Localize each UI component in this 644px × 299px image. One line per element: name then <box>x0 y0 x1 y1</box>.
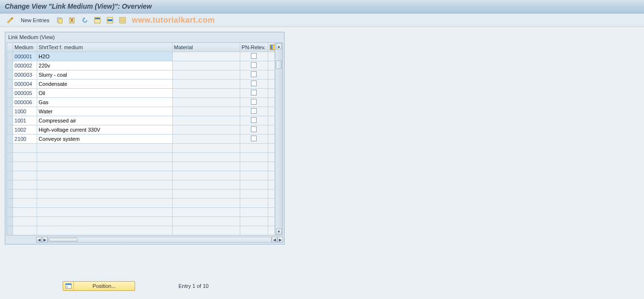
cell-pn-relev[interactable] <box>240 135 268 144</box>
row-selector[interactable] <box>7 190 13 199</box>
col-material[interactable]: Material <box>172 43 240 52</box>
checkbox[interactable] <box>251 90 257 95</box>
row-selector[interactable] <box>7 107 13 116</box>
cell-shrttext[interactable] <box>37 153 173 162</box>
select-all-icon[interactable] <box>92 15 103 25</box>
cell-pn-relev[interactable] <box>240 52 268 61</box>
col-selector[interactable] <box>7 43 13 52</box>
scroll-left-end-icon[interactable]: ◀ <box>272 237 277 243</box>
checkbox[interactable] <box>251 117 257 123</box>
cell-material[interactable] <box>172 52 240 61</box>
cell-medium[interactable] <box>13 217 37 226</box>
cell-shrttext[interactable] <box>37 162 173 171</box>
scroll-up-icon[interactable]: ▲ <box>276 43 282 49</box>
cell-pn-relev[interactable] <box>240 80 268 89</box>
cell-material[interactable] <box>172 226 240 235</box>
cell-shrttext[interactable]: Gas <box>37 98 173 107</box>
cell-material[interactable] <box>172 80 240 89</box>
cell-pn-relev[interactable] <box>240 171 268 180</box>
select-block-icon[interactable] <box>105 15 115 25</box>
row-selector[interactable] <box>7 171 13 180</box>
checkbox[interactable] <box>251 136 257 141</box>
cell-medium[interactable]: 1000 <box>13 107 37 116</box>
row-selector[interactable] <box>7 98 13 107</box>
row-selector[interactable] <box>7 153 13 162</box>
copy-icon[interactable] <box>55 15 65 25</box>
cell-medium[interactable]: 2100 <box>13 135 37 144</box>
cell-pn-relev[interactable] <box>240 61 268 70</box>
cell-shrttext[interactable]: H2O <box>37 52 173 61</box>
cell-pn-relev[interactable] <box>240 226 268 235</box>
row-selector[interactable] <box>7 70 13 80</box>
row-selector[interactable] <box>7 135 13 144</box>
cell-medium[interactable] <box>13 180 37 190</box>
cell-medium[interactable] <box>13 144 37 153</box>
cell-medium[interactable]: 000004 <box>13 80 37 89</box>
cell-material[interactable] <box>172 61 240 70</box>
cell-material[interactable] <box>172 70 240 80</box>
horizontal-scrollbar[interactable]: ◀ ▶ ◀ ▶ <box>6 236 283 243</box>
cell-pn-relev[interactable] <box>240 180 268 190</box>
undo-icon[interactable] <box>80 15 90 25</box>
scroll-right-inner-icon[interactable]: ▶ <box>42 237 48 243</box>
cell-medium[interactable] <box>13 171 37 180</box>
scroll-right-icon[interactable]: ▶ <box>277 237 283 243</box>
cell-medium[interactable] <box>13 199 37 208</box>
row-selector[interactable] <box>7 180 13 190</box>
cell-material[interactable] <box>172 135 240 144</box>
cell-pn-relev[interactable] <box>240 70 268 80</box>
row-selector[interactable] <box>7 89 13 98</box>
position-button[interactable]: Position... <box>63 281 135 291</box>
cell-material[interactable] <box>172 153 240 162</box>
col-medium[interactable]: Medium <box>13 43 37 52</box>
cell-shrttext[interactable] <box>37 199 173 208</box>
row-selector[interactable] <box>7 61 13 70</box>
cell-shrttext[interactable] <box>37 190 173 199</box>
cell-medium[interactable] <box>13 208 37 217</box>
cell-material[interactable] <box>172 125 240 135</box>
cell-pn-relev[interactable] <box>240 153 268 162</box>
cell-material[interactable] <box>172 217 240 226</box>
row-selector[interactable] <box>7 116 13 125</box>
cell-medium[interactable]: 000001 <box>13 52 37 61</box>
deselect-all-icon[interactable] <box>117 15 128 25</box>
cell-material[interactable] <box>172 162 240 171</box>
cell-shrttext[interactable] <box>37 144 173 153</box>
cell-shrttext[interactable]: Oil <box>37 89 173 98</box>
row-selector[interactable] <box>7 52 13 61</box>
cell-pn-relev[interactable] <box>240 89 268 98</box>
cell-pn-relev[interactable] <box>240 190 268 199</box>
cell-medium[interactable]: 000002 <box>13 61 37 70</box>
cell-medium[interactable]: 1002 <box>13 125 37 135</box>
cell-pn-relev[interactable] <box>240 208 268 217</box>
cell-medium[interactable]: 000003 <box>13 70 37 80</box>
cell-shrttext[interactable]: Compressed air <box>37 116 173 125</box>
cell-material[interactable] <box>172 208 240 217</box>
cell-medium[interactable]: 1001 <box>13 116 37 125</box>
cell-shrttext[interactable]: Condensate <box>37 80 173 89</box>
table-settings-icon[interactable] <box>270 44 275 50</box>
cell-material[interactable] <box>172 89 240 98</box>
cell-shrttext[interactable]: Slurry - coal <box>37 70 173 80</box>
row-selector[interactable] <box>7 208 13 217</box>
checkbox[interactable] <box>251 108 257 114</box>
cell-material[interactable] <box>172 116 240 125</box>
cell-material[interactable] <box>172 180 240 190</box>
cell-medium[interactable] <box>13 162 37 171</box>
row-selector[interactable] <box>7 144 13 153</box>
toggle-display-change-icon[interactable] <box>5 15 15 25</box>
cell-pn-relev[interactable] <box>240 107 268 116</box>
cell-shrttext[interactable]: Water <box>37 107 173 116</box>
new-entries-button[interactable]: New Entries <box>17 15 53 25</box>
cell-medium[interactable] <box>13 190 37 199</box>
cell-shrttext[interactable] <box>37 171 173 180</box>
cell-material[interactable] <box>172 171 240 180</box>
cell-pn-relev[interactable] <box>240 217 268 226</box>
checkbox[interactable] <box>251 62 257 68</box>
vertical-scrollbar[interactable]: ▲ ▼ <box>275 42 283 235</box>
row-selector[interactable] <box>7 199 13 208</box>
cell-shrttext[interactable] <box>37 208 173 217</box>
checkbox[interactable] <box>251 71 257 77</box>
cell-material[interactable] <box>172 199 240 208</box>
row-selector[interactable] <box>7 162 13 171</box>
